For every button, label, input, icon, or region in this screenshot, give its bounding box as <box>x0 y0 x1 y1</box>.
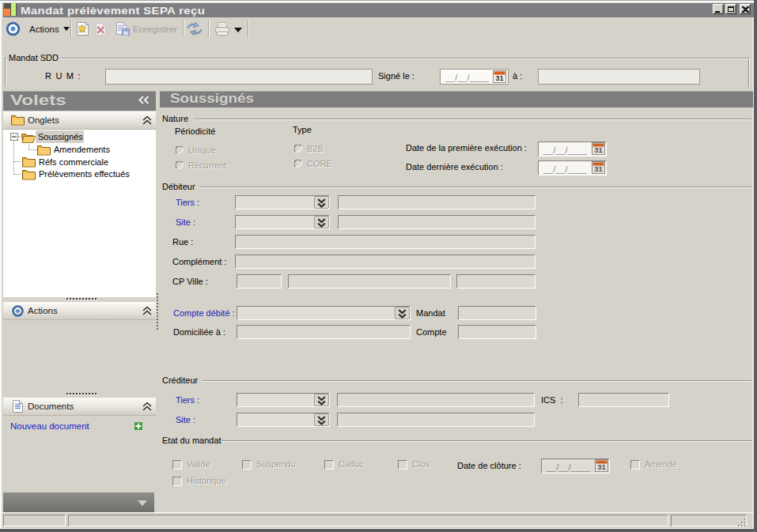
svg-text:31: 31 <box>597 462 606 471</box>
svg-text:31: 31 <box>495 74 504 82</box>
svg-text:31: 31 <box>594 164 603 173</box>
svg-text:31: 31 <box>594 145 603 154</box>
